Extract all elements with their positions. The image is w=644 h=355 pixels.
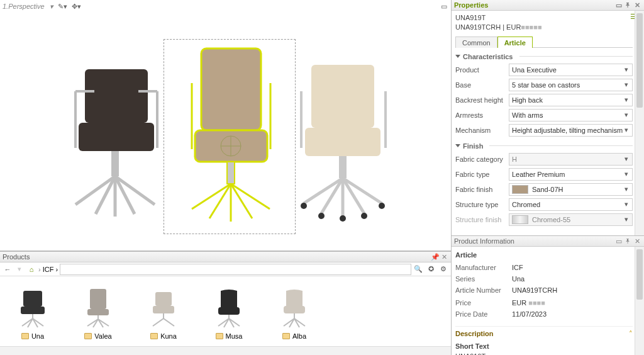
svg-rect-29	[339, 156, 347, 178]
properties-panel: Properties ▭ 🖈 ✕ ☰▾ UNA919T UNA919TCRH |…	[452, 0, 644, 236]
window-icon[interactable]: ▭	[614, 237, 623, 245]
list-item[interactable]: Musa	[204, 286, 254, 340]
section-finish[interactable]: Finish	[455, 142, 633, 150]
chair-left[interactable]	[50, 63, 176, 227]
folder-icon	[84, 333, 92, 339]
product-label: Musa	[226, 332, 243, 340]
info-value: UNA919TCRH	[512, 286, 633, 296]
maximize-viewport-icon[interactable]: ▭	[440, 2, 448, 11]
svg-rect-55	[153, 306, 174, 313]
list-item[interactable]: Alba	[269, 286, 319, 340]
info-label: Price Date	[455, 310, 512, 320]
svg-rect-6	[111, 151, 119, 176]
chevron-down-icon: ▾	[622, 215, 631, 224]
search-icon[interactable]: 🔍	[413, 264, 423, 274]
description-section-toggle[interactable]: Description ˄	[455, 326, 633, 339]
mechanism-dropdown[interactable]: Height adjustable, tilting mechanism▾	[509, 124, 633, 137]
gear-icon[interactable]: ⚙	[438, 264, 448, 274]
folder-icon	[216, 333, 223, 339]
close-icon[interactable]: ✕	[633, 1, 641, 9]
product-label: Kuna	[160, 332, 177, 340]
folder-icon	[150, 333, 158, 339]
viewport-panel[interactable]: 1.Perspective ▾ ✎▾ ✥▾ ▭	[0, 0, 451, 251]
close-icon[interactable]: ✕	[440, 253, 448, 261]
properties-tabs: Common Article	[455, 36, 633, 48]
field-label: Product	[455, 66, 509, 74]
chevron-down-icon: ▾	[622, 111, 631, 120]
product-label: Alba	[292, 332, 306, 340]
folder-icon	[21, 333, 29, 339]
field-label: Structure type	[455, 201, 509, 208]
chair-middle-selected[interactable]	[173, 45, 289, 231]
svg-line-17	[192, 184, 231, 209]
field-label: Base	[455, 81, 509, 89]
fabric-finish-dropdown[interactable]: Sand-07H▾	[509, 183, 633, 196]
chevron-down-icon: ▾	[622, 126, 631, 135]
field-label: Fabric category	[455, 155, 509, 163]
svg-rect-25	[311, 65, 374, 128]
products-title-bar: Products 📌 ✕	[0, 252, 451, 262]
info-value: EUR ■■■■	[512, 298, 633, 308]
home-icon[interactable]: ⌂	[26, 264, 36, 274]
forward-button[interactable]: ▾	[14, 264, 25, 274]
article-heading: Article	[455, 251, 477, 259]
chevron-down-icon: ▾	[622, 65, 631, 74]
svg-line-19	[209, 184, 231, 218]
window-icon[interactable]: ▭	[614, 1, 623, 9]
fabric-type-dropdown[interactable]: Leather Premium▾	[509, 168, 633, 181]
pin-icon[interactable]: 🖈	[624, 1, 632, 9]
list-item[interactable]: Valea	[73, 286, 123, 340]
properties-scrollbar[interactable]	[635, 11, 644, 235]
armrests-dropdown[interactable]: With arms▾	[509, 109, 633, 121]
svg-rect-41	[21, 307, 45, 314]
svg-rect-65	[284, 306, 305, 313]
chair-right[interactable]	[280, 60, 406, 227]
list-item[interactable]: Kuna	[138, 286, 189, 340]
info-value: 11/07/2023	[512, 310, 633, 320]
svg-point-37	[318, 213, 325, 219]
info-label: Price	[455, 298, 512, 308]
pencil-icon[interactable]: ✎▾	[58, 2, 67, 11]
pin-icon[interactable]: 📌	[431, 253, 439, 261]
product-dropdown[interactable]: Una Executive▾	[509, 64, 633, 76]
viewport-canvas[interactable]	[0, 13, 451, 251]
structure-finish-dropdown[interactable]: Chromed-55▾	[509, 213, 633, 226]
info-scrollbar[interactable]	[635, 247, 644, 355]
chevron-down-icon: ▾	[622, 155, 631, 164]
back-button[interactable]: ←	[3, 264, 13, 274]
svg-rect-12	[201, 48, 261, 130]
crumb-node[interactable]: ICF ›	[43, 266, 58, 273]
folder-icon	[282, 333, 290, 339]
object-code: UNA919T	[455, 13, 633, 23]
svg-point-38	[361, 213, 367, 219]
chevron-down-icon: ▾	[622, 170, 631, 179]
target-icon[interactable]: ✥▾	[72, 2, 81, 11]
field-label: Backrest height	[455, 96, 509, 104]
svg-line-58	[164, 318, 174, 326]
tab-common[interactable]: Common	[455, 37, 497, 48]
svg-line-18	[231, 184, 270, 209]
viewport-label[interactable]: 1.Perspective	[3, 3, 45, 10]
pin-icon[interactable]: 🖈	[624, 237, 632, 245]
backrest-dropdown[interactable]: High back▾	[509, 94, 633, 106]
breadcrumb-path-input[interactable]	[60, 264, 411, 275]
product-info-title: Product Information	[454, 237, 514, 245]
info-label: Manufacturer	[455, 263, 512, 273]
structure-type-dropdown[interactable]: Chromed▾	[509, 198, 633, 211]
tab-article[interactable]: Article	[497, 37, 533, 48]
info-label: Series	[455, 274, 512, 285]
filter-icon[interactable]: ✪	[426, 264, 436, 274]
products-scrollbar[interactable]	[0, 346, 451, 355]
close-icon[interactable]: ✕	[633, 237, 641, 245]
list-item[interactable]: Una	[8, 286, 58, 340]
svg-line-20	[231, 184, 252, 218]
svg-rect-16	[227, 162, 235, 184]
section-characteristics[interactable]: Characteristics	[455, 53, 633, 60]
fabric-category-dropdown[interactable]: H▾	[509, 153, 633, 166]
product-label: Una	[31, 332, 44, 340]
products-breadcrumb-bar: ← ▾ ⌂ › ICF › 🔍 ✪ ⚙	[0, 262, 451, 276]
color-swatch	[512, 185, 528, 194]
color-swatch	[512, 215, 528, 224]
field-label: Mechanism	[455, 127, 509, 134]
base-dropdown[interactable]: 5 star base on castors▾	[509, 79, 633, 91]
